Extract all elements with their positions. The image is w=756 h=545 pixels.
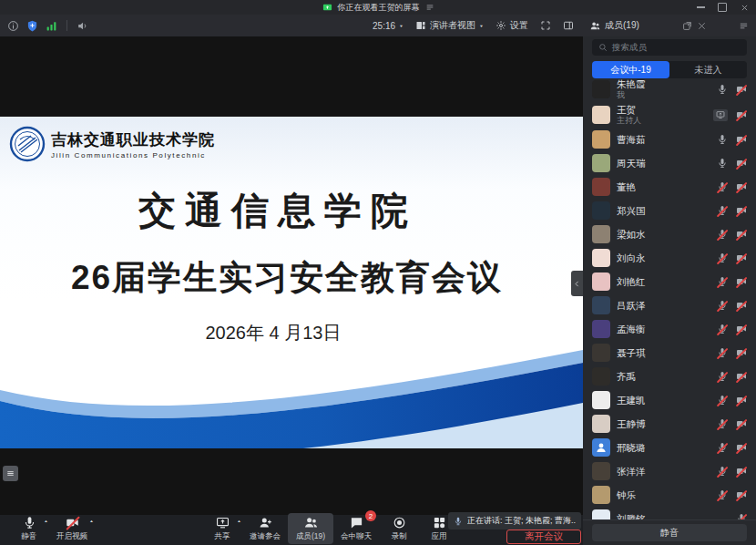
bottombar-item-record[interactable]: 录制 <box>379 513 419 544</box>
avatar <box>592 296 610 314</box>
apps-icon <box>433 516 446 530</box>
member-name: 王静博 <box>617 418 646 430</box>
member-row[interactable]: 钟乐 <box>583 483 756 507</box>
popout-panel-icon[interactable] <box>682 21 692 31</box>
mic-status-icon[interactable] <box>717 181 728 192</box>
member-row[interactable]: 刘艳红 <box>583 270 756 293</box>
mic-status-icon[interactable] <box>717 489 728 500</box>
network-signal-icon[interactable] <box>46 20 57 32</box>
side-panel-toggle-icon[interactable] <box>563 20 574 31</box>
camera-status-icon[interactable] <box>736 395 747 406</box>
member-row[interactable]: 吕跃泽 <box>583 293 756 317</box>
maximize-button[interactable] <box>718 3 727 12</box>
member-row[interactable]: 刘向永 <box>583 246 756 270</box>
avatar <box>592 438 610 457</box>
toolbar-right-group: 25:16▼ 演讲者视图▼ 设置 <box>373 19 583 32</box>
close-button[interactable] <box>740 3 749 12</box>
share-icon <box>216 516 230 530</box>
camera-status-icon[interactable] <box>736 229 747 240</box>
expand-arrow-icon[interactable]: ▲ <box>89 519 94 523</box>
bottombar-item-members[interactable]: 成员(19) <box>288 513 333 544</box>
mic-status-icon[interactable] <box>717 395 728 406</box>
fullscreen-icon[interactable] <box>540 20 551 31</box>
mic-status-icon[interactable] <box>717 134 728 145</box>
mic-status-icon[interactable] <box>717 229 728 240</box>
collapsed-toolbar-button[interactable] <box>3 466 18 481</box>
settings-button[interactable]: 设置 <box>495 19 528 32</box>
minimize-button[interactable] <box>696 3 705 12</box>
mute-button[interactable]: 静音 <box>592 524 747 541</box>
camera-status-icon[interactable] <box>736 418 747 429</box>
mic-status-icon[interactable] <box>717 324 728 334</box>
member-row[interactable]: 邢晓璐 <box>583 436 756 459</box>
camera-status-icon[interactable] <box>736 276 747 287</box>
expand-arrow-icon[interactable]: ▲ <box>44 519 48 523</box>
meeting-timer[interactable]: 25:16▼ <box>373 21 404 31</box>
mic-status-icon[interactable] <box>717 84 728 95</box>
audio-device-icon[interactable] <box>77 20 88 32</box>
bottombar-item-invite[interactable]: 邀请参会 <box>242 513 288 544</box>
mic-status-icon[interactable] <box>717 466 728 477</box>
lines-icon <box>5 468 15 478</box>
more-options-icon[interactable] <box>739 21 749 31</box>
share-details-menu-icon[interactable] <box>425 3 434 12</box>
close-panel-icon[interactable] <box>697 21 707 31</box>
layout-view-icon <box>415 20 426 31</box>
expand-arrow-icon[interactable]: ▲ <box>237 519 241 523</box>
mic-status-icon[interactable] <box>717 252 728 263</box>
member-row[interactable]: 梁如水 <box>583 222 756 246</box>
camera-status-icon[interactable] <box>736 442 747 453</box>
mic-status-icon[interactable] <box>717 276 728 287</box>
avatar <box>592 391 610 409</box>
member-name: 郑兴国 <box>617 205 646 217</box>
mic-status-icon[interactable] <box>717 371 728 382</box>
bottombar-item-label: 共享 <box>215 531 230 542</box>
member-row[interactable]: 王贺主持人 <box>583 102 756 128</box>
school-emblem-icon <box>9 126 46 162</box>
camera-status-icon[interactable] <box>736 205 747 216</box>
leave-meeting-button[interactable]: 离开会议 <box>506 530 581 544</box>
camera-status-icon[interactable] <box>736 489 747 500</box>
member-row[interactable]: 聂子琪 <box>583 341 756 365</box>
bottombar-item-cam[interactable]: 开启视频▲ <box>49 513 95 544</box>
panel-collapse-tab[interactable] <box>571 271 583 296</box>
member-row[interactable]: 周天瑞 <box>583 151 756 175</box>
member-row[interactable]: 张洋洋 <box>583 459 756 483</box>
camera-status-icon[interactable] <box>736 109 747 120</box>
member-row[interactable]: 王静博 <box>583 412 756 436</box>
camera-status-icon[interactable] <box>736 347 747 358</box>
member-row[interactable]: 曹海茹 <box>583 128 756 151</box>
bottombar-item-chat[interactable]: 会中聊天2 <box>333 513 379 544</box>
camera-status-icon[interactable] <box>736 134 747 145</box>
member-row[interactable]: 齐禹 <box>583 365 756 388</box>
mic-status-icon[interactable] <box>717 158 728 169</box>
member-status <box>717 418 747 429</box>
member-row[interactable]: 董艳 <box>583 175 756 199</box>
members-icon <box>304 516 318 530</box>
camera-status-icon[interactable] <box>736 252 747 263</box>
camera-status-icon[interactable] <box>736 300 747 311</box>
mic-status-icon[interactable] <box>717 300 728 311</box>
mic-status-icon[interactable] <box>717 205 728 216</box>
member-row[interactable]: 孟海衡 <box>583 317 756 341</box>
search-input[interactable]: 搜索成员 <box>592 39 747 56</box>
gear-icon <box>495 20 506 31</box>
member-row[interactable]: 朱艳霞我 <box>583 77 756 102</box>
meeting-info-icon[interactable] <box>7 20 19 32</box>
camera-status-icon[interactable] <box>736 324 747 334</box>
camera-status-icon[interactable] <box>736 371 747 382</box>
mic-status-icon[interactable] <box>717 418 728 429</box>
mic-status-icon[interactable] <box>717 442 728 453</box>
avatar <box>592 130 610 149</box>
bottombar-item-mic[interactable]: 静音▲ <box>9 513 49 544</box>
security-shield-icon[interactable] <box>26 20 38 32</box>
member-row[interactable]: 郑兴国 <box>583 199 756 222</box>
view-mode-selector[interactable]: 演讲者视图▼ <box>415 19 484 32</box>
camera-status-icon[interactable] <box>736 181 747 192</box>
camera-status-icon[interactable] <box>736 84 747 95</box>
camera-status-icon[interactable] <box>736 158 747 169</box>
mic-status-icon[interactable] <box>717 347 728 358</box>
bottombar-item-share[interactable]: 共享▲ <box>202 513 242 544</box>
camera-status-icon[interactable] <box>736 466 747 477</box>
member-row[interactable]: 王建凯 <box>583 388 756 412</box>
